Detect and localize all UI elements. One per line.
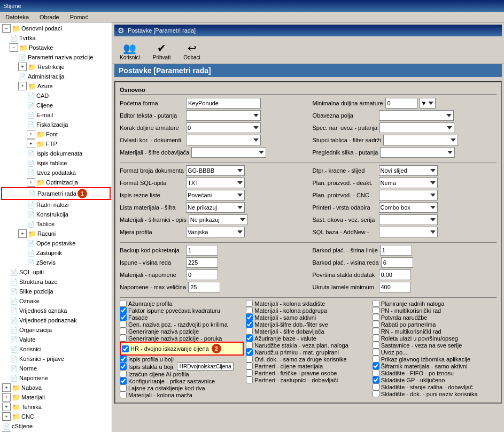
- sidebar-item-osnovni-podaci[interactable]: − 📁 Osnovni podaci: [1, 24, 111, 33]
- chk-mat-sifre-dob-input[interactable]: [246, 328, 253, 335]
- chk-prikaz-glavnog-input[interactable]: [373, 356, 379, 362]
- expander-icon[interactable]: +: [27, 130, 35, 138]
- materijali-napomene-input[interactable]: [186, 269, 218, 280]
- chk-generiranje-naziva-por-input[interactable]: [120, 335, 127, 342]
- sidebar-item-opce-postavke[interactable]: 📄 Opće postavke: [1, 238, 111, 248]
- sidebar-item-parametri-rada[interactable]: 📄 Parametri rada 1: [1, 187, 111, 200]
- preglednik-slika-select[interactable]: [380, 147, 455, 158]
- stupci-tablica-select[interactable]: [383, 135, 458, 145]
- format-sql-select[interactable]: TXT: [186, 178, 245, 188]
- chk-mat-samo-aktivni-input[interactable]: [246, 314, 253, 321]
- chk-skladiste-gp-input[interactable]: [373, 376, 379, 383]
- sidebar-item-racuni[interactable]: + 📁 Racuni: [1, 229, 111, 238]
- mjera-profila-select[interactable]: Vanjska: [186, 227, 245, 237]
- expander-icon[interactable]: +: [27, 178, 35, 187]
- chk-ispis-stakla-input[interactable]: [120, 363, 127, 370]
- expander-icon[interactable]: −: [10, 43, 18, 52]
- expander-icon[interactable]: +: [2, 403, 11, 411]
- chk-potvrda-narudzbe-input[interactable]: [373, 314, 379, 321]
- sidebar-item-vrijednosti-podnaznak[interactable]: 📄 Vrijednosti podnaznak: [1, 315, 111, 325]
- sidebar-item-ispis-dokumenata[interactable]: 📄 Ispis dokumenata: [1, 149, 111, 158]
- minimalna-duljina-select[interactable]: ▼: [420, 98, 436, 109]
- obavezna-polja-select[interactable]: [379, 110, 454, 121]
- menu-pomoc[interactable]: Pomoć: [67, 13, 91, 21]
- expander-icon[interactable]: +: [18, 63, 27, 71]
- sidebar-item-restrikcije[interactable]: + 📁 Restrikcije: [1, 62, 111, 72]
- sidebar-item-optimizacija[interactable]: + 📁 Optimizacija: [1, 178, 111, 187]
- expander-icon[interactable]: +: [2, 412, 11, 421]
- ispune-visina-input[interactable]: [186, 257, 218, 268]
- backup-input[interactable]: [186, 245, 218, 256]
- sidebar-item-valute[interactable]: 📄 Valute: [1, 335, 111, 344]
- sidebar-item-oznake[interactable]: 📄 Oznake: [1, 296, 111, 306]
- expander-icon[interactable]: +: [27, 140, 35, 148]
- chk-skladiste-dok-input[interactable]: [373, 390, 379, 397]
- sidebar-item-cad[interactable]: 📄 CAD: [1, 91, 111, 101]
- sidebar-item-cnc[interactable]: + 📁 CNC: [1, 412, 111, 421]
- sidebar-item-tablice[interactable]: 📄 Tablice: [1, 219, 111, 229]
- chk-materijali-kolona-marza-input[interactable]: [120, 391, 127, 398]
- korisnici-button[interactable]: 👥 Korisnici: [117, 41, 143, 61]
- sidebar-item-ispis-tablice[interactable]: 📄 Ispis tablice: [1, 158, 111, 168]
- editor-teksta-select[interactable]: [186, 110, 261, 121]
- sidebar-item-organizacija[interactable]: 📄 Organizacija: [1, 325, 111, 335]
- chk-mat-kol-podgrupa-input[interactable]: [246, 307, 253, 314]
- barkod-sirina-input[interactable]: [380, 245, 412, 256]
- chk-sastavnice-veza-input[interactable]: [373, 342, 379, 349]
- chk-skladiste-stanje-input[interactable]: [373, 383, 379, 390]
- chk-fasade-input[interactable]: [120, 314, 127, 321]
- format-broja-select[interactable]: GG-BBBB: [186, 165, 245, 176]
- expander-icon[interactable]: +: [18, 229, 27, 238]
- povrsina-stakla-input[interactable]: [379, 269, 411, 280]
- sidebar-item-nabava[interactable]: + 📁 Nabava: [1, 383, 111, 392]
- chk-narudzbe-primku-input[interactable]: [246, 349, 253, 356]
- chk-azuriranje-profila-input[interactable]: [120, 300, 127, 307]
- chk-mat-kol-skladiste-input[interactable]: [246, 300, 253, 307]
- sidebar-item-norme[interactable]: 📄 Norme: [1, 364, 111, 373]
- napomene-velicina-input[interactable]: [188, 282, 220, 292]
- chk-konfiguriranje-sastavnice-input[interactable]: [120, 377, 127, 384]
- prihvati-button[interactable]: ✔ Prihvati: [150, 41, 174, 61]
- sidebar-item-izvoz-podataka[interactable]: 📄 Izvoz podataka: [1, 168, 111, 178]
- barkod-visina-input[interactable]: [381, 257, 413, 268]
- chk-planiranje-radnih-input[interactable]: [373, 300, 379, 307]
- minimalna-duljina-input[interactable]: [385, 98, 417, 109]
- chk-uvoz-po-input[interactable]: [373, 349, 379, 356]
- menu-datoteka[interactable]: Datoteka: [2, 13, 32, 21]
- chk-partneri-cijene-input[interactable]: [246, 362, 253, 369]
- expander-icon[interactable]: −: [2, 24, 11, 33]
- chk-pn-multikorisnik-input[interactable]: [373, 307, 379, 314]
- chk-rabati-input[interactable]: [373, 321, 379, 328]
- sidebar-item-administracija[interactable]: 📄 Administracija: [1, 72, 111, 81]
- chk-partneri-zastupnici-input[interactable]: [246, 376, 253, 383]
- ovlasti-kor-select[interactable]: [186, 135, 261, 145]
- sidebar-item-slike-pozicija[interactable]: 📄 Slike pozicija: [1, 287, 111, 296]
- chk-partneri-fizicke-input[interactable]: [246, 369, 253, 376]
- expander-icon[interactable]: +: [18, 82, 27, 90]
- sidebar-item-zastupnik[interactable]: 📄 Zastupnik: [1, 248, 111, 258]
- sidebar-item-materijali[interactable]: + 📁 Materijali: [1, 392, 111, 402]
- sidebar-item-tehnika[interactable]: + 📁 Tehnika: [1, 402, 111, 412]
- chk-skladiste-fifo-input[interactable]: [373, 369, 379, 376]
- sidebar-item-sql-upiti[interactable]: 📄 SQL-upiti: [1, 267, 111, 277]
- sidebar-item-konstrukcija[interactable]: 📄 Konstrukcija: [1, 210, 111, 219]
- plan-cnc-select[interactable]: [379, 190, 438, 200]
- chk-roleta-input[interactable]: [373, 335, 379, 342]
- chk-ispis-profila-input[interactable]: [120, 356, 127, 362]
- sidebar-item-postavke[interactable]: − 📁 Postavke: [1, 43, 111, 52]
- chk-narudzbe-stakla-input[interactable]: [246, 342, 253, 349]
- chk-azuriranje-baze-input[interactable]: [246, 335, 253, 342]
- sidebar-item-radni-nalozi[interactable]: 📄 Radni nalozi: [1, 200, 111, 210]
- plan-deakt-select[interactable]: Nema: [379, 178, 438, 188]
- dtpr-kracne-select[interactable]: Novi slijed: [379, 165, 438, 176]
- chk-ovl-dok-input[interactable]: [246, 356, 253, 362]
- chk-gen-naziva-razd-input[interactable]: [120, 321, 127, 328]
- materijali-sifre-select[interactable]: [191, 147, 266, 158]
- lista-materijala-select[interactable]: Ne prikazuj: [186, 202, 245, 213]
- odbaci-button[interactable]: ↩ Odbaci: [180, 41, 204, 61]
- chk-generiranje-naziva-input[interactable]: [120, 328, 127, 335]
- materijali-sifranici-select[interactable]: Ne prikazuj: [189, 214, 247, 225]
- ukruta-lamele-input[interactable]: [379, 282, 411, 292]
- sidebar-item-cijene[interactable]: 📄 Cijene: [1, 101, 111, 110]
- chk-sifrarnik-input[interactable]: [373, 362, 379, 369]
